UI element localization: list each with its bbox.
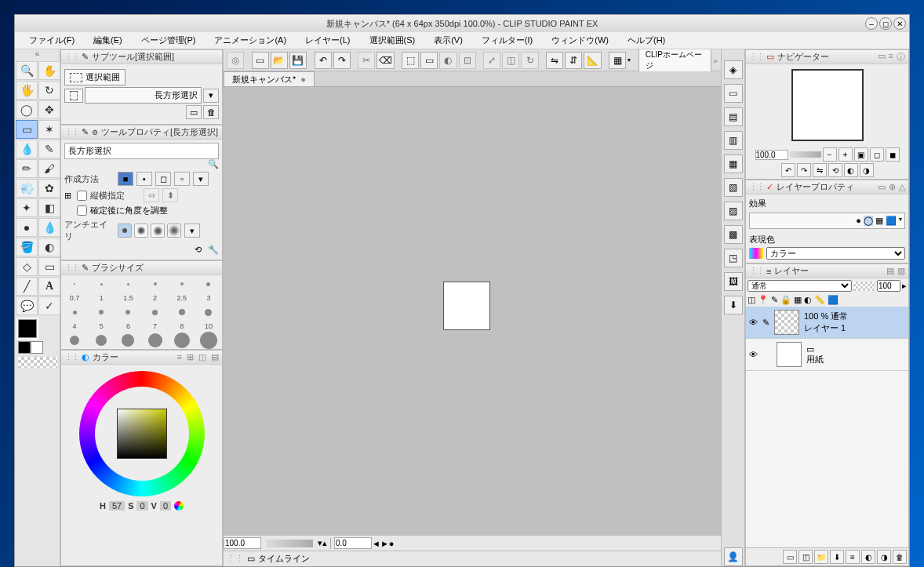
menu-view[interactable]: 表示(V) (426, 33, 471, 48)
aa-options[interactable] (118, 224, 181, 238)
save-icon[interactable]: 💾 (289, 52, 307, 69)
canvas-area[interactable] (224, 87, 721, 535)
colormode-select[interactable]: カラー (766, 247, 905, 260)
method-add[interactable]: ▪ (136, 172, 152, 186)
zoomin-icon[interactable]: ▴ (322, 538, 327, 548)
dock-material6-icon[interactable]: ▩ (724, 225, 743, 244)
redo-icon[interactable]: ↷ (333, 52, 351, 69)
color-tab1-icon[interactable]: ≡ (177, 352, 182, 362)
fill-tool[interactable]: 🪣 (16, 238, 38, 256)
shrink-icon[interactable]: ⊡ (459, 52, 476, 69)
clip-homepage-button[interactable]: CLIPホームページ (638, 49, 711, 74)
eraser-tool[interactable]: ◧ (38, 198, 60, 217)
nav-zoomin-icon[interactable]: + (839, 147, 853, 162)
frame-tool[interactable]: ▭ (38, 257, 60, 276)
scale-icon[interactable]: ⤢ (483, 52, 500, 69)
dock-material2-icon[interactable]: ▥ (724, 131, 743, 150)
menu-selection[interactable]: 選択範囲(S) (362, 33, 424, 48)
flipv-icon[interactable]: ⇵ (565, 52, 582, 69)
opacity-input[interactable] (877, 280, 900, 292)
effect-color-icon[interactable]: 🟦 (886, 216, 897, 226)
clip-icon[interactable]: ◫ (748, 295, 755, 305)
visible-icon[interactable]: 👁 (749, 350, 758, 359)
magnify-tool[interactable]: 🔍 (16, 61, 38, 80)
delete-layer-icon[interactable]: 🗑 (893, 550, 907, 564)
subtool-dropdown[interactable]: ▾ (203, 89, 219, 103)
nav-zoom-input[interactable] (755, 150, 788, 160)
transparent-swatch[interactable] (18, 357, 57, 368)
color-tab4-icon[interactable]: ▤ (211, 352, 219, 362)
color-wheel[interactable] (79, 371, 205, 496)
transform-icon[interactable]: ◫ (502, 52, 519, 69)
subtool-item[interactable]: 長方形選択 (85, 87, 202, 104)
subtool-group-tab[interactable]: 選択範囲 (64, 69, 126, 85)
new-subtool-icon[interactable]: ▭ (186, 105, 202, 119)
blur-tool[interactable]: 💧 (38, 218, 60, 237)
canvas-page[interactable] (443, 282, 490, 330)
color-black[interactable] (18, 341, 31, 354)
aa-dropdown[interactable]: ▾ (184, 224, 200, 238)
menu-edit[interactable]: 編集(E) (85, 33, 130, 48)
nav-fit-icon[interactable]: ▣ (854, 147, 868, 162)
dock-3d-icon[interactable]: ◳ (724, 249, 743, 267)
lp-tab2-icon[interactable]: ⊕ (889, 182, 896, 192)
dock-material5-icon[interactable]: ▨ (724, 202, 743, 220)
draft-icon[interactable]: ✎ (771, 295, 778, 305)
new-raster-icon[interactable]: ▭ (783, 550, 797, 564)
invert-icon[interactable]: ◐ (439, 52, 457, 69)
delete-subtool-icon[interactable]: 🗑 (203, 105, 219, 119)
effect-border-icon[interactable]: ● (856, 216, 861, 226)
navigator-preview[interactable] (791, 69, 864, 141)
close-button[interactable]: ✕ (893, 17, 906, 30)
color-tab3-icon[interactable]: ◫ (198, 352, 206, 362)
hand-tool[interactable]: 🖐 (16, 81, 38, 100)
layercolor-icon[interactable]: 🟦 (828, 295, 839, 305)
rotate-icon[interactable]: ↻ (521, 52, 538, 69)
effect-tone-icon[interactable]: ◯ (864, 216, 873, 226)
reference-icon[interactable]: 📍 (758, 295, 769, 305)
decoration-tool[interactable]: ✿ (38, 179, 60, 198)
merge-down-icon[interactable]: ≡ (846, 550, 860, 564)
add-mask-icon[interactable]: ◐ (861, 550, 875, 564)
rot-ccw-icon[interactable]: ◄ (372, 539, 380, 548)
airbrush-tool[interactable]: 💨 (16, 179, 38, 198)
brushsize-grid[interactable]: 0.711.522.53 4567810 (61, 275, 222, 349)
gradient-tool[interactable]: ◐ (38, 238, 60, 256)
search-icon[interactable]: 🔍 (208, 159, 219, 169)
nav-extra2-icon[interactable]: ◑ (860, 163, 874, 177)
menu-animation[interactable]: アニメーション(A) (206, 33, 294, 48)
brush-tool[interactable]: 🖌 (38, 159, 60, 178)
lock-trans-icon[interactable]: ▦ (794, 295, 802, 305)
effect-screen-icon[interactable]: ▦ (875, 216, 883, 226)
selectall-icon[interactable]: ⬚ (402, 52, 419, 69)
maximize-button[interactable]: ◻ (879, 17, 892, 30)
blend-tool[interactable]: ● (16, 218, 38, 237)
dock-material3-icon[interactable]: ▦ (724, 154, 743, 173)
dock-material4-icon[interactable]: ▧ (724, 178, 743, 197)
deselect-icon[interactable]: ▭ (420, 52, 438, 69)
eyedropper-tool[interactable]: 💧 (16, 140, 38, 158)
text-tool[interactable]: A (38, 277, 60, 296)
dock-image-icon[interactable]: 🖼 (724, 272, 743, 291)
rot-cw-icon[interactable]: ► (380, 539, 389, 548)
method-dropdown[interactable]: ▾ (193, 172, 209, 186)
nav-flip-icon[interactable]: ⇋ (813, 163, 827, 177)
color-white[interactable] (31, 341, 43, 354)
mask-icon[interactable]: ◐ (804, 295, 812, 305)
lp-tab1-icon[interactable]: ▭ (878, 182, 886, 192)
layer-tab1-icon[interactable]: ▤ (886, 266, 894, 276)
nav-history-icon[interactable]: ≡ (889, 51, 893, 63)
clear-icon[interactable]: ⌫ (377, 52, 394, 69)
pencil-tool[interactable]: ✏ (16, 159, 38, 178)
timeline-icon[interactable]: ▭ (247, 554, 255, 564)
marquee-tool[interactable]: ▭ (16, 120, 38, 139)
menu-window[interactable]: ウィンドウ(W) (544, 33, 617, 48)
balloon-tool[interactable]: 💬 (16, 296, 38, 315)
ruler-obj-icon[interactable]: 📏 (814, 295, 825, 305)
fliph-icon[interactable]: ⇋ (546, 52, 563, 69)
menu-file[interactable]: ファイル(F) (21, 33, 82, 48)
new-vector-icon[interactable]: ◫ (798, 550, 813, 564)
wand-tool[interactable]: ✶ (38, 120, 60, 139)
document-tab[interactable]: 新規キャンバス*● (224, 71, 315, 86)
opacity-slider[interactable] (853, 282, 875, 291)
